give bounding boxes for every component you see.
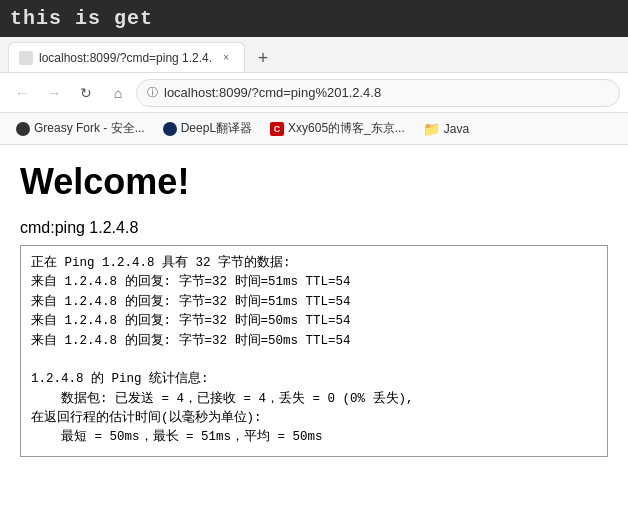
new-tab-button[interactable]: + bbox=[249, 44, 277, 72]
bookmark-deepl-label: DeepL翻译器 bbox=[181, 120, 252, 137]
lock-icon: ⓘ bbox=[147, 85, 158, 100]
tab-favicon bbox=[19, 51, 33, 65]
page-title: Welcome! bbox=[20, 161, 608, 203]
bookmark-csdn-label: Xxy605的博客_东京... bbox=[288, 120, 405, 137]
forward-button[interactable]: → bbox=[40, 79, 68, 107]
tab-close-button[interactable]: × bbox=[218, 50, 234, 66]
reload-button[interactable]: ↻ bbox=[72, 79, 100, 107]
page-content: Welcome! cmd:ping 1.2.4.8 正在 Ping 1.2.4.… bbox=[0, 145, 628, 473]
bookmark-java-label: Java bbox=[444, 122, 469, 136]
greasy-fork-icon bbox=[16, 122, 30, 136]
bookmark-greasy-fork[interactable]: Greasy Fork - 安全... bbox=[8, 116, 153, 141]
tab-label: localhost:8099/?cmd=ping 1.2.4. bbox=[39, 51, 212, 65]
bookmark-deepl[interactable]: DeepL翻译器 bbox=[155, 116, 260, 141]
nav-bar: ← → ↻ ⌂ ⓘ localhost:8099/?cmd=ping%201.2… bbox=[0, 73, 628, 113]
csdn-icon: C bbox=[270, 122, 284, 136]
bookmark-csdn[interactable]: C Xxy605的博客_东京... bbox=[262, 116, 413, 141]
address-bar[interactable]: ⓘ localhost:8099/?cmd=ping%201.2.4.8 bbox=[136, 79, 620, 107]
back-button[interactable]: ← bbox=[8, 79, 36, 107]
bookmark-greasy-fork-label: Greasy Fork - 安全... bbox=[34, 120, 145, 137]
browser-tab[interactable]: localhost:8099/?cmd=ping 1.2.4. × bbox=[8, 42, 245, 72]
title-bar: this is get bbox=[0, 0, 628, 37]
home-button[interactable]: ⌂ bbox=[104, 79, 132, 107]
command-output: 正在 Ping 1.2.4.8 具有 32 字节的数据: 来自 1.2.4.8 … bbox=[20, 245, 608, 457]
cmd-label: cmd:ping 1.2.4.8 bbox=[20, 219, 608, 237]
title-bar-text: this is get bbox=[10, 7, 153, 30]
tab-bar: localhost:8099/?cmd=ping 1.2.4. × + bbox=[0, 37, 628, 73]
folder-icon: 📁 bbox=[423, 121, 440, 137]
deepl-icon bbox=[163, 122, 177, 136]
address-text: localhost:8099/?cmd=ping%201.2.4.8 bbox=[164, 85, 609, 100]
bookmarks-bar: Greasy Fork - 安全... DeepL翻译器 C Xxy605的博客… bbox=[0, 113, 628, 145]
bookmark-java[interactable]: 📁 Java bbox=[415, 117, 477, 141]
